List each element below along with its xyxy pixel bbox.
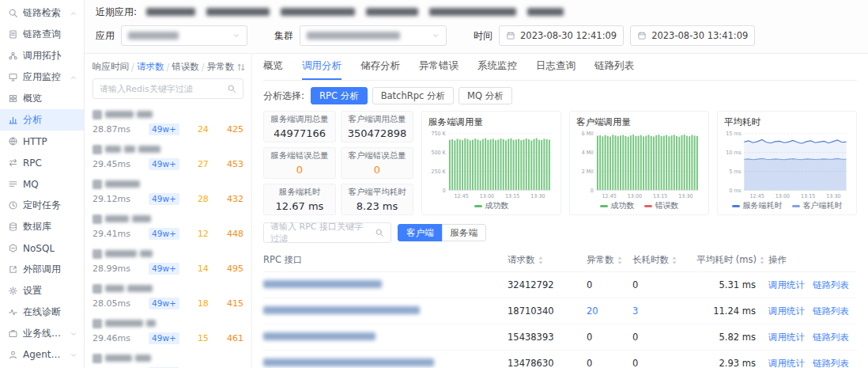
main-tab[interactable]: 链路列表 — [594, 54, 634, 80]
app-list-item[interactable]: 29.46ms 49w+ 15 461 — [85, 314, 251, 349]
sort-option[interactable]: 错误数 — [172, 61, 199, 73]
recent-app-blurred[interactable] — [366, 8, 418, 16]
rpc-search-input[interactable]: 请输入 RPC 接口关键字过滤 — [263, 222, 391, 243]
sidebar-item-analysis[interactable]: 分析 — [0, 109, 84, 131]
trace-list-link[interactable]: 链路列表 — [813, 358, 849, 368]
app-list-item[interactable]: 28.87ms 49w+ 24 425 — [85, 105, 251, 140]
column-header[interactable]: 请求数 — [508, 254, 587, 266]
long-duration-count-cell[interactable]: 3 — [632, 305, 689, 317]
app-list-item[interactable]: 28.99ms 49w+ 14 495 — [85, 245, 251, 279]
call-stats-link[interactable]: 调用统计 — [768, 279, 805, 291]
legend-item[interactable]: 错误数 — [644, 200, 679, 211]
sidebar-item-call-topology[interactable]: 调用拓扑 — [0, 45, 84, 66]
trace-list-link[interactable]: 链路列表 — [813, 332, 849, 343]
chevron-up-icon[interactable] — [70, 9, 77, 17]
analysis-type-button[interactable]: RPC 分析 — [311, 87, 368, 104]
sort-caret-icon[interactable] — [538, 256, 544, 265]
sort-caret-icon[interactable] — [671, 256, 677, 265]
main-tab[interactable]: 概览 — [263, 54, 283, 80]
response-time: 29.41ms — [92, 229, 130, 239]
legend-item[interactable]: 成功数 — [474, 200, 509, 211]
app-list-item[interactable]: 28.05ms 49w+ 18 415 — [85, 279, 251, 314]
legend-item[interactable]: 成功数 — [600, 200, 635, 211]
call-stats-link[interactable]: 调用统计 — [768, 358, 805, 368]
sort-caret-icon[interactable] — [617, 256, 623, 265]
sidebar-item-http[interactable]: HTTP — [0, 131, 84, 152]
sort-option[interactable]: 响应时间 — [92, 61, 129, 73]
recent-app-blurred[interactable] — [527, 8, 564, 16]
sidebar-item-agent-management[interactable]: Agent管理 — [0, 344, 84, 366]
sidebar-item-label: 定时任务 — [23, 199, 61, 212]
anomaly-count: 461 — [227, 333, 243, 343]
sort-option[interactable]: 请求数 — [137, 61, 164, 73]
analysis-row: 分析选择: RPC 分析BatchRpc 分析MQ 分析 — [263, 81, 857, 111]
recent-app-blurred[interactable] — [429, 8, 516, 16]
main-tab[interactable]: 日志查询 — [536, 54, 576, 80]
main-tab[interactable]: 调用分析 — [302, 54, 342, 80]
analysis-type-button[interactable]: BatchRpc 分析 — [372, 87, 454, 104]
sidebar-item-settings[interactable]: 设置 — [0, 280, 84, 302]
sort-separator: / — [202, 62, 205, 73]
recent-app-blurred[interactable] — [281, 8, 355, 16]
time-from-input[interactable]: 2023-08-30 12:41:09 — [499, 25, 624, 46]
main-tab[interactable]: 系统监控 — [477, 54, 517, 80]
sidebar-item-scheduled-tasks[interactable]: 定时任务 — [0, 195, 84, 216]
column-header[interactable]: 长耗时数 — [632, 254, 689, 266]
legend-item[interactable]: 服务端耗时 — [732, 200, 783, 211]
column-header[interactable]: 异常数 — [587, 254, 632, 266]
sort-option[interactable]: 异常数 — [207, 61, 235, 73]
chevron-up-icon[interactable] — [70, 74, 77, 82]
side-toggle-client[interactable]: 客户端 — [398, 224, 443, 241]
anomaly-count-cell[interactable]: 20 — [587, 305, 632, 317]
trace-list-link[interactable]: 链路列表 — [813, 279, 849, 291]
sort-order-icon[interactable] — [236, 63, 246, 72]
recent-app-blurred[interactable] — [146, 8, 195, 16]
sidebar-item-app-monitor[interactable]: 应用监控 — [0, 66, 84, 88]
rpc-endpoint-link-blurred[interactable] — [263, 332, 376, 340]
sidebar-item-online-diagnosis[interactable]: 在线诊断 — [0, 302, 84, 323]
app-name-blurred — [138, 146, 160, 153]
sidebar-item-business-monitor[interactable]: 业务线监控 — [0, 323, 84, 344]
app-list-item[interactable]: 29.41ms 49w+ 12 448 — [85, 210, 251, 245]
call-stats-link[interactable]: 调用统计 — [768, 332, 805, 343]
chevron-down-icon[interactable] — [70, 330, 77, 338]
sidebar-item-mq[interactable]: MQ — [0, 173, 84, 195]
app-list-item[interactable]: 28.83ms 49w+ 18 413 — [85, 349, 251, 368]
side-toggle-server[interactable]: 服务端 — [442, 224, 487, 241]
sidebar-item-trace-search[interactable]: 链路检索 — [0, 2, 84, 24]
app-name-blurred — [137, 111, 153, 118]
table-row: 15438393005.82 ms调用统计链路列表 — [263, 324, 857, 351]
sidebar-item-nosql[interactable]: NoSQL — [0, 237, 84, 259]
chevron-down-icon[interactable] — [70, 351, 77, 359]
call-stats-link[interactable]: 调用统计 — [768, 305, 805, 317]
main-tab[interactable]: 储存分析 — [360, 54, 400, 80]
rpc-endpoint-link-blurred[interactable] — [263, 306, 420, 314]
recent-app-blurred[interactable] — [206, 8, 270, 16]
stat-card-value: 8.23 ms — [357, 200, 398, 212]
sidebar-item-rpc[interactable]: RPC — [0, 152, 84, 173]
db-icon — [8, 222, 18, 232]
trace-list-link[interactable]: 链路列表 — [813, 305, 849, 317]
app-select[interactable] — [121, 25, 247, 46]
rpc-endpoint-link-blurred[interactable] — [263, 280, 382, 288]
legend-item[interactable]: 客户端耗时 — [792, 200, 843, 211]
app-list-item[interactable]: 29.12ms 49w+ 28 432 — [85, 175, 251, 210]
time-to-input[interactable]: 2023-08-30 13:41:09 — [630, 25, 755, 46]
rpc-endpoint-link-blurred[interactable] — [263, 359, 434, 366]
cluster-select[interactable] — [300, 25, 447, 46]
stat-card-client-latency: 客户端平均耗时 8.23 ms — [341, 184, 413, 215]
sort-caret-icon[interactable] — [759, 256, 765, 265]
column-header[interactable]: 平均耗时 (ms) — [689, 254, 768, 266]
analysis-type-button[interactable]: MQ 分析 — [459, 87, 512, 104]
sidebar-item-label: NoSQL — [23, 243, 55, 254]
nodes-icon — [8, 51, 18, 61]
anomaly-count: 432 — [227, 194, 243, 204]
sidebar-item-external-calls[interactable]: 外部调用 — [0, 259, 84, 280]
app-list-item[interactable]: 29.45ms 49w+ 27 453 — [85, 140, 251, 175]
sidebar-item-label: 链路检索 — [23, 6, 61, 20]
main-tab[interactable]: 异常错误 — [419, 54, 459, 80]
sidebar-item-overview[interactable]: 概览 — [0, 88, 84, 109]
sidebar-item-trace-query[interactable]: 链路查询 — [0, 24, 84, 45]
list-search-input[interactable]: 请输入Redis关键字过滤 — [92, 78, 243, 99]
sidebar-item-database[interactable]: 数据库 — [0, 216, 84, 237]
